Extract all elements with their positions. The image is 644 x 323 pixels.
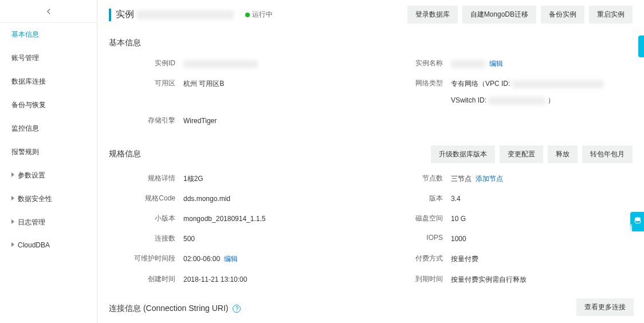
create-time-value: 2018-11-21 13:10:00 xyxy=(183,274,365,285)
instance-name-label: 实例名称 xyxy=(376,58,451,68)
sidebar-item-1[interactable]: 账号管理 xyxy=(0,46,97,70)
create-time-label: 创建时间 xyxy=(109,274,183,284)
billing-value: 按量付费 xyxy=(451,254,633,265)
sidebar: 基本信息账号管理数据库连接备份与恢复监控信息报警规则参数设置数据安全性日志管理C… xyxy=(0,0,97,323)
storage-engine-value: WiredTiger xyxy=(183,116,365,127)
zone-label: 可用区 xyxy=(109,78,183,88)
add-node-link[interactable]: 添加节点 xyxy=(476,175,503,183)
network-type-value: 专有网络（VPC ID: VSwitch ID: ） xyxy=(451,78,633,106)
database-icon xyxy=(634,216,642,224)
status-text: 运行中 xyxy=(252,10,273,19)
sidebar-item-8[interactable]: 日志管理 xyxy=(0,211,97,234)
edit-maint-link[interactable]: 编辑 xyxy=(224,255,238,263)
sidebar-item-7[interactable]: 数据安全性 xyxy=(0,187,97,211)
spec-code-value: dds.mongo.mid xyxy=(183,194,365,204)
connection-info-title: 连接信息 (Connection String URI) ? xyxy=(109,304,241,314)
instance-name-redacted xyxy=(136,10,234,19)
switch-billing-button[interactable]: 转包年包月 xyxy=(582,145,633,163)
status-dot-icon xyxy=(245,13,250,17)
sidebar-item-3[interactable]: 备份与恢复 xyxy=(0,93,97,117)
iops-value: 1000 xyxy=(451,234,633,245)
billing-label: 付费方式 xyxy=(376,254,451,263)
expire-label: 到期时间 xyxy=(376,274,451,284)
basic-info-title: 基本信息 xyxy=(109,38,141,48)
spec-info-section: 规格信息 升级数据库版本 变更配置 释放 转包年包月 规格详情1核2G 规格Co… xyxy=(97,137,644,296)
sidebar-item-4[interactable]: 监控信息 xyxy=(0,117,97,140)
spec-detail-label: 规格详情 xyxy=(109,174,183,183)
spec-code-label: 规格Code xyxy=(109,194,183,203)
network-type-label: 网络类型 xyxy=(376,78,451,88)
upgrade-db-button[interactable]: 升级数据库版本 xyxy=(431,145,495,163)
storage-engine-label: 存储引擎 xyxy=(109,116,183,125)
login-db-button[interactable]: 登录数据库 xyxy=(407,6,458,23)
disk-label: 磁盘空间 xyxy=(376,214,451,223)
iops-label: IOPS xyxy=(376,234,451,242)
instance-id-value xyxy=(183,58,365,69)
back-button[interactable] xyxy=(0,0,97,23)
sidebar-item-6[interactable]: 参数设置 xyxy=(0,164,97,187)
nodes-label: 节点数 xyxy=(376,174,451,183)
view-more-connections-button[interactable]: 查看更多连接 xyxy=(576,298,634,316)
header-accent-bar xyxy=(109,9,111,21)
self-migrate-button[interactable]: 自建MongoDB迁移 xyxy=(462,6,536,23)
nodes-value: 三节点 添加节点 xyxy=(451,174,633,184)
connections-label: 连接数 xyxy=(109,234,183,243)
chevron-left-icon xyxy=(45,7,53,15)
side-drawer-handle[interactable] xyxy=(638,36,644,57)
sidebar-item-5[interactable]: 报警规则 xyxy=(0,140,97,164)
feedback-tab[interactable]: 咨询·建议 xyxy=(630,212,644,231)
spec-detail-value: 1核2G xyxy=(183,174,365,184)
sidebar-item-0[interactable]: 基本信息 xyxy=(0,23,97,46)
sidebar-item-9[interactable]: CloudDBA xyxy=(0,234,97,256)
connections-value: 500 xyxy=(183,234,365,245)
minor-version-label: 小版本 xyxy=(109,214,183,223)
sidebar-item-2[interactable]: 数据库连接 xyxy=(0,70,97,93)
release-button[interactable]: 释放 xyxy=(548,145,578,163)
zone-value: 杭州 可用区B xyxy=(183,78,365,89)
header-actions: 登录数据库 自建MongoDB迁移 备份实例 重启实例 xyxy=(407,6,633,23)
restart-button[interactable]: 重启实例 xyxy=(589,6,633,23)
connection-info-section: 连接信息 (Connection String URI) ? xyxy=(97,296,644,323)
instance-name-value: 编辑 xyxy=(451,58,633,69)
backup-button[interactable]: 备份实例 xyxy=(541,6,584,23)
instance-id-label: 实例ID xyxy=(109,58,183,68)
page-title: 实例 xyxy=(116,9,234,21)
expire-value: 按量付费实例需自行释放 xyxy=(451,274,633,285)
main-content: 实例 运行中 登录数据库 自建MongoDB迁移 备份实例 重启实例 基本信息 … xyxy=(97,0,644,323)
version-label: 版本 xyxy=(376,194,451,203)
edit-name-link[interactable]: 编辑 xyxy=(489,60,503,68)
maint-window-label: 可维护时间段 xyxy=(109,254,183,263)
basic-info-section: 基本信息 实例ID 可用区 杭州 可用区B 存储引擎 WiredTiger xyxy=(97,30,644,137)
change-config-button[interactable]: 变更配置 xyxy=(500,145,543,163)
version-value: 3.4 xyxy=(451,194,633,204)
maint-window-value: 02:00-06:00 编辑 xyxy=(183,254,365,265)
spec-info-title: 规格信息 xyxy=(109,149,141,159)
help-icon[interactable]: ? xyxy=(233,305,241,313)
disk-value: 10 G xyxy=(451,214,633,224)
page-header: 实例 运行中 登录数据库 自建MongoDB迁移 备份实例 重启实例 xyxy=(97,0,644,30)
minor-version-value: mongodb_20180914_1.1.5 xyxy=(183,214,365,224)
